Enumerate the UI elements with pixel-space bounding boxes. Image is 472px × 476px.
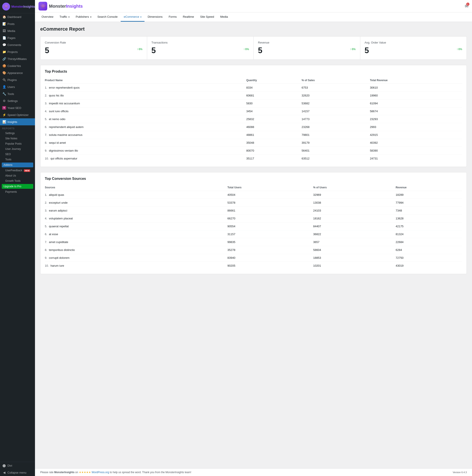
tab-forms[interactable]: Forms: [165, 13, 180, 22]
footer-version: Version 6.4.3: [453, 471, 467, 474]
tab-dimensions[interactable]: Dimensions: [145, 13, 165, 22]
revenue-value: 5: [258, 46, 262, 55]
sidebar-sub-tools[interactable]: Tools: [0, 157, 35, 162]
table-row: 9.corrupti dolorem 83940 18853 72750: [45, 254, 462, 262]
tab-media[interactable]: Media: [217, 13, 231, 22]
sidebar-bottom: ⬤ Divi ◀ Collapse menu: [0, 462, 35, 476]
arrow-up-icon: ↑: [244, 48, 245, 51]
sidebar-sub-seo[interactable]: SEO: [0, 152, 35, 157]
sidebar-item-pages[interactable]: 📄 Pages: [0, 34, 35, 41]
stat-card-transactions: Transactions 5 ↑ 6%: [147, 36, 254, 60]
pages-icon: 📄: [2, 36, 6, 40]
tab-site-speed[interactable]: Site Speed: [197, 13, 217, 22]
table-row: 9.dignissimos veniam illo 80070 56401 58…: [45, 147, 462, 155]
top-products-title: Top Products: [45, 69, 462, 73]
table-row: 8.temporibus distinctio 35278 58604 6284: [45, 246, 462, 254]
sidebar-logo-icon: 👾: [2, 3, 10, 11]
tab-overview[interactable]: Overview: [38, 13, 56, 22]
posts-icon: 📝: [2, 22, 6, 26]
sidebar-sub-upgrade[interactable]: Upgrade to Pro: [2, 184, 33, 189]
stat-card-revenue: Revenue 5 ↑ 6%: [254, 36, 360, 60]
tab-ecommerce[interactable]: eCommerce ▾: [121, 13, 145, 22]
sidebar-item-settings[interactable]: ⚙ Settings: [0, 97, 35, 104]
table-row: 7.soluta maxime accusamus 48861 79801 42…: [45, 131, 462, 139]
sidebar-sub-settings[interactable]: Settings: [0, 131, 35, 136]
sidebar-item-dashboard[interactable]: 🏠 Dashboard: [0, 13, 35, 20]
yoast-icon: Y: [2, 106, 6, 110]
sidebar-sub-userfeedback[interactable]: UserFeedback NEW: [0, 168, 35, 173]
top-conversion-sources-section: Top Conversion Sources Sources Total Use…: [40, 172, 467, 274]
sidebar-item-users[interactable]: 👤 Users: [0, 83, 35, 90]
table-row: 3.earum adipisci 86661 24103 7348: [45, 207, 462, 215]
col-quantity: Quantity: [246, 77, 301, 84]
dashboard-icon: 🏠: [2, 15, 6, 18]
table-row: 10.qui officiis aspernatur 35117 63512 2…: [45, 155, 462, 163]
col-revenue: Revenue: [396, 184, 462, 191]
revenue-row: 5 ↑ 6%: [258, 46, 356, 55]
tab-search-console[interactable]: Search Console: [95, 13, 121, 22]
arrow-up-icon: ↑: [457, 48, 458, 51]
sidebar-sub-about[interactable]: About Us: [0, 173, 35, 178]
sidebar-sub-site-notes[interactable]: Site Notes: [0, 136, 35, 141]
table-row: 6.at esse 31157 36822 81324: [45, 230, 462, 238]
sidebar-sub-payments[interactable]: Payments: [0, 189, 35, 194]
sidebar-sub-user-journey[interactable]: User Journey: [0, 146, 35, 152]
sidebar-item-projects[interactable]: 📁 Projects: [0, 48, 35, 55]
top-conversion-sources-title: Top Conversion Sources: [45, 177, 462, 181]
sidebar-item-speed[interactable]: ⚡ Speed Optimizer: [0, 111, 35, 118]
sidebar-item-plugins[interactable]: 🔌 Plugins: [0, 76, 35, 83]
col-total-users: Total Users: [227, 184, 313, 191]
appearance-icon: 🎨: [2, 71, 6, 75]
table-row: 5.quaerat repellat 90554 84407 42175: [45, 222, 462, 230]
tab-realtime[interactable]: Realtime: [180, 13, 197, 22]
table-row: 3.impedit nisi accusantium 5830 53682 61…: [45, 100, 462, 107]
sidebar-item-divi[interactable]: ⬤ Divi: [0, 462, 35, 469]
sidebar-collapse-menu[interactable]: ◀ Collapse menu: [0, 469, 35, 476]
settings-icon: ⚙: [2, 99, 6, 102]
page-title: eCommerce Report: [40, 26, 467, 32]
table-row: 5.et nemo odio 25832 14773 23293: [45, 115, 462, 123]
sidebar-item-media[interactable]: 🖼 Media: [0, 27, 35, 34]
sidebar-item-comments[interactable]: 💬 Comments: [0, 41, 35, 48]
tab-publishers[interactable]: Publishers ▾: [73, 13, 94, 22]
transactions-row: 5 ↑ 6%: [151, 46, 249, 55]
sidebar-item-appearance[interactable]: 🎨 Appearance: [0, 69, 35, 76]
projects-icon: 📁: [2, 50, 6, 54]
footer: Please rate MonsterInsights on ★★★★★ Wor…: [35, 468, 472, 476]
speed-icon: ⚡: [2, 113, 6, 117]
table-row: 6.reprehenderit aliquid autem 46088 2326…: [45, 123, 462, 131]
users-icon: 👤: [2, 85, 6, 89]
transactions-value: 5: [151, 46, 156, 55]
sidebar-item-thirsty[interactable]: 🔗 ThirstyAffiliates: [0, 55, 35, 62]
table-row: 1.aliquid quas 40504 32969 18289: [45, 191, 462, 199]
notification-badge: 0: [466, 3, 469, 6]
topbar-notification[interactable]: ✉ 0: [465, 3, 469, 9]
traffic-chevron-icon: ▾: [68, 16, 69, 18]
sidebar-sub-popular-posts[interactable]: Popular Posts: [0, 141, 35, 146]
ecommerce-chevron-icon: ▾: [140, 16, 141, 18]
avg-order-value: 5: [365, 46, 369, 55]
tab-traffic[interactable]: Traffic ▾: [56, 13, 73, 22]
footer-wordpress-link[interactable]: WordPress.org: [92, 471, 109, 474]
conversion-rate-label: Conversion Rate: [45, 41, 143, 44]
sidebar-item-tools[interactable]: 🔧 Tools: [0, 90, 35, 97]
stat-card-conversion-rate: Conversion Rate 5 ↑ 6%: [40, 36, 147, 60]
tools-icon: 🔧: [2, 92, 6, 96]
table-row: 2.quos hic illo 60681 32620 19960: [45, 92, 462, 100]
sidebar: 👾 MonsterInsights 🏠 Dashboard 📝 Posts 🖼 …: [0, 0, 35, 476]
conversion-rate-value: 5: [45, 46, 49, 55]
sidebar-sub-growth[interactable]: Growth Tools: [0, 178, 35, 184]
sidebar-item-posts[interactable]: 📝 Posts: [0, 20, 35, 27]
topbar-logo-img: 👾: [38, 2, 47, 11]
sidebar-item-cookieyes[interactable]: 🍪 CookieYes: [0, 62, 35, 69]
avg-order-label: Avg. Order Value: [365, 41, 462, 44]
col-pct-sales: % of Sales: [302, 77, 370, 84]
sidebar-item-yoast[interactable]: Y Yoast SEO: [0, 104, 35, 111]
avg-order-change: ↑ 6%: [457, 48, 462, 51]
topbar-brand: MonsterInsights: [49, 4, 83, 9]
sidebar-sub-addons[interactable]: Addons: [2, 163, 33, 167]
topbar: 👾 MonsterInsights ✉ 0: [35, 0, 472, 13]
sidebar-item-insights[interactable]: 📊 Insights: [0, 118, 35, 125]
transactions-label: Transactions: [151, 41, 249, 44]
conversion-rate-row: 5 ↑ 6%: [45, 46, 143, 55]
